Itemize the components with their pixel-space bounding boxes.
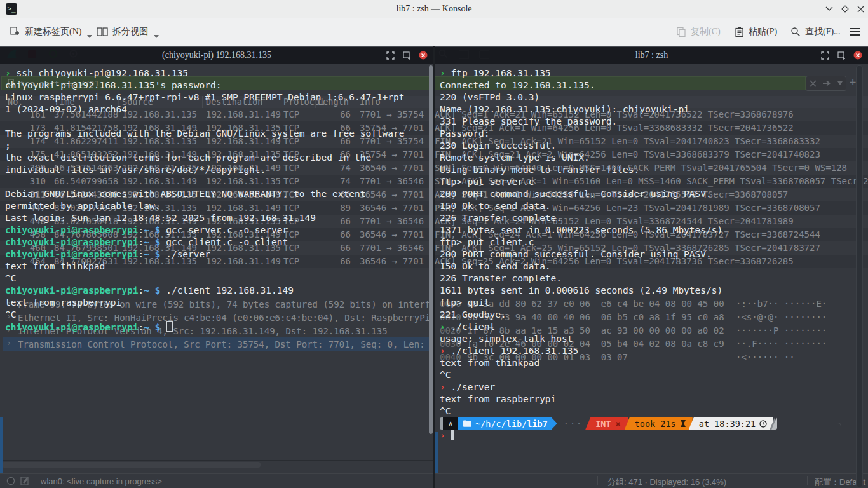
split-view-label: 拆分视图 [112,26,148,37]
terminal-line: Using binary mode to transfer files. [440,164,854,176]
terminal-line [5,176,430,188]
vi-mode-segment: ∧ [443,417,458,430]
new-tab-label: 新建标签页(N) [25,26,81,37]
terminal-line: › ssh chiyoyuki-pi@192.168.31.135 [5,67,430,79]
terminal-line: › ./client 192.168.31.135 [440,345,854,357]
terminal-line: Linux raspberrypi 6.6.47+rpt-rpi-v8 #1 S… [5,92,430,104]
terminal-line: 221 Goodbye. [440,309,854,321]
minimize-button[interactable] [823,3,836,15]
terminal-line: › ./server [440,381,854,393]
split-view-icon [97,27,108,37]
terminal-line: ; [5,140,430,152]
terminal-line: chiyoyuki-pi@192.168.31.135's password: [5,79,430,92]
right-terminal-scrollbar[interactable] [856,65,863,487]
terminal-line: 230 Login successful. [440,140,854,152]
terminal-line: ^C [440,369,854,381]
main-area: tcp.port == 7701 + No.TimeSourceDestinat… [0,46,868,488]
terminal-line: ftp> put client.c [440,236,854,248]
titlebar: >_ lib7 : zsh — Konsole [0,0,868,18]
copy-label: 复制(C) [691,26,721,37]
maximize-button[interactable] [839,3,851,15]
terminal-line: chiyoyuki-pi@raspberrypi:~ $ ./server [5,248,430,261]
right-pane-title: lib7 : zsh [435,47,868,64]
terminal-line: › ./client [440,321,854,333]
window-title: lib7 : zsh — Konsole [0,0,868,18]
clock-icon [759,420,767,428]
copy-icon [676,27,686,37]
terminal-line [5,116,430,128]
right-terminal[interactable]: › ftp 192.168.31.135Connected to 192.168… [440,64,854,442]
chevron-down-icon [154,35,159,38]
close-button[interactable] [854,3,867,15]
copy-button[interactable]: 复制(C) [674,23,723,41]
terminal-line: ftp> put server.c [440,176,854,188]
terminal-line: text from raspberrypi [440,393,854,405]
terminal-line: › ftp 192.168.31.135 [440,67,854,79]
time-segment: at 18:39:21 [689,417,773,430]
terminal-line: chiyoyuki-pi@raspberrypi:~ $ ./client 19… [5,285,430,297]
terminal-line: ftp> quit [440,297,854,309]
powerline-arrow [552,417,557,430]
terminal-line: permitted by applicable law. [5,200,430,212]
new-tab-button[interactable]: 新建标签页(N) [6,23,95,41]
cursor-hollow [166,321,173,332]
split-view-button[interactable]: 拆分视图 [94,23,161,41]
terminal-line: text from thinkpad [5,261,430,273]
terminal-line: Name (192.168.31.135:chiyoyuki): chiyoyu… [440,104,854,116]
terminal-line: 220 (vsFTPd 3.0.3) [440,92,854,104]
terminal-line: › [440,430,854,442]
terminal-line: text from thinkpad [440,357,854,369]
terminal-line: 200 PORT command successful. Consider us… [440,188,854,200]
konsole-window: >_ lib7 : zsh — Konsole 新建标签页(N) 拆分视图 复制… [0,0,868,488]
terminal-line: 200 PORT command successful. Consider us… [440,248,854,261]
terminal-line: Remote system type is UNIX. [440,152,854,164]
terminal-line: ^C [5,273,430,285]
left-pane-header: (chiyoyuki-pi) 192.168.31.135 [0,47,433,64]
terminal-line: The programs included with the Debian GN… [5,128,430,140]
left-pane-title: (chiyoyuki-pi) 192.168.31.135 [0,47,433,64]
expand-view-icon[interactable] [385,50,395,60]
terminal-line: 150 Ok to send data. [440,261,854,273]
terminal-line: chiyoyuki-pi@raspberrypi:~ $ [5,321,430,333]
cursor [451,430,454,440]
terminal-line: 331 Please specify the password. [440,116,854,128]
terminal-line: Last login: Sun Jan 12 18:48:52 2025 fro… [5,212,430,224]
hourglass-icon [680,419,686,428]
terminal-line: 226 Transfer complete. [440,273,854,285]
terminal-line: ^C [5,309,430,321]
terminal-line: the exact distribution terms for each pr… [5,152,430,164]
menu-button[interactable] [847,23,864,41]
terminal-line: Debian GNU/Linux comes with ABSOLUTELY N… [5,188,430,200]
terminal-line: 1371 bytes sent in 0.000223 seconds (5.8… [440,224,854,236]
expand-view-icon[interactable] [820,50,830,60]
paste-button[interactable]: 粘贴(P) [732,23,780,41]
terminal-line: 150 Ok to send data. [440,200,854,212]
terminal-line: text from raspberrypi [5,297,430,309]
paste-label: 粘贴(P) [749,26,777,37]
left-terminal[interactable]: › ssh chiyoyuki-pi@192.168.31.135chiyoyu… [5,64,430,333]
paste-icon [735,27,744,37]
terminal-line: ^C [440,405,854,417]
find-label: 查找(F)... [805,26,841,37]
terminal-line: chiyoyuki-pi@raspberrypi:~ $ gcc client.… [5,236,430,248]
find-button[interactable]: 查找(F)... [788,23,843,41]
terminal-line: 226 Transfer complete. [440,212,854,224]
terminal-line: 1611 bytes sent in 0.000616 seconds (2.4… [440,285,854,297]
terminal-line: usage: simplex-talk host [440,333,854,345]
detach-view-icon[interactable] [836,50,846,60]
search-icon [790,27,801,37]
terminal-line: 1 (2024-09-02) aarch64 [5,104,430,116]
terminal-line: Connected to 192.168.31.135. [440,79,854,92]
prompt-dots: ··· [557,417,589,430]
left-terminal-scrollbar[interactable] [429,65,433,434]
close-view-icon[interactable] [853,50,863,60]
close-view-icon[interactable] [418,50,428,60]
toolbar: 新建标签页(N) 拆分视图 复制(C) 粘贴(P) 查找(F)... [0,18,868,47]
pane-divider[interactable] [433,46,435,488]
duration-segment: took 21s [625,417,693,430]
hamburger-icon [850,27,861,36]
detach-view-icon[interactable] [402,50,412,60]
terminal-line: chiyoyuki-pi@raspberrypi:~ $ gcc server.… [5,224,430,236]
terminal-line: Password: [440,128,854,140]
chevron-down-icon [87,35,92,38]
